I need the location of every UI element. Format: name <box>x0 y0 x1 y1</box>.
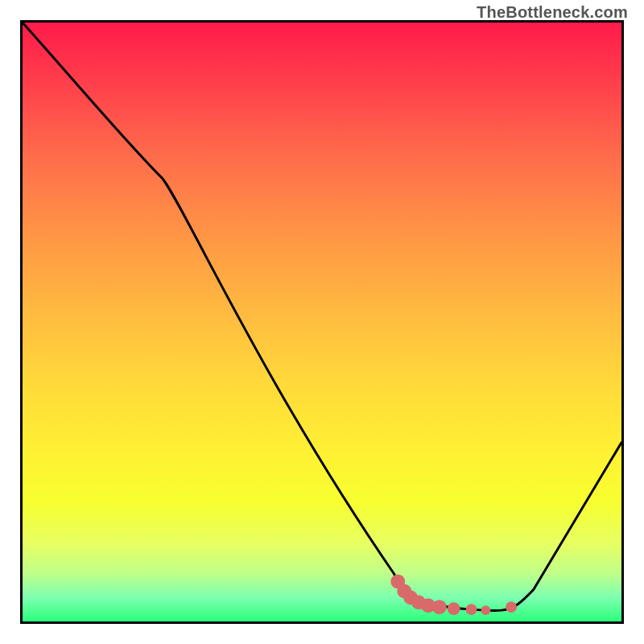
watermark-text: TheBottleneck.com <box>477 3 628 22</box>
marker-dot <box>481 605 490 615</box>
chart-svg <box>23 23 621 621</box>
marker-group <box>390 574 517 615</box>
bottleneck-curve <box>23 23 621 610</box>
chart-area <box>20 20 624 624</box>
marker-dot <box>506 601 517 613</box>
marker-dot <box>466 604 477 615</box>
marker-dot <box>448 602 460 615</box>
marker-dot <box>432 600 447 614</box>
